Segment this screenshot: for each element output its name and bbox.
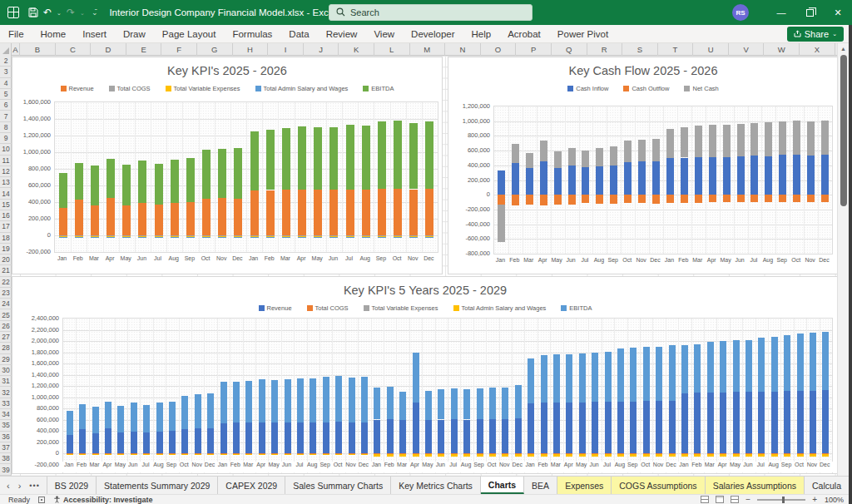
ribbon-tab-formulas[interactable]: Formulas [224, 25, 280, 43]
column-header-O[interactable]: O [481, 43, 517, 56]
row-header-29[interactable]: 29 [0, 354, 12, 365]
row-header-11[interactable]: 11 [0, 156, 12, 166]
column-header-X[interactable]: X [800, 43, 835, 56]
accessibility-status[interactable]: Accessibility: Investigate [53, 496, 153, 504]
column-header-V[interactable]: V [729, 43, 765, 56]
column-header-R[interactable]: R [587, 43, 623, 56]
row-header-27[interactable]: 27 [0, 332, 12, 343]
column-header-H[interactable]: H [233, 43, 269, 56]
column-header-D[interactable]: D [91, 43, 126, 56]
column-header-P[interactable]: P [516, 43, 552, 56]
zoom-slider[interactable] [757, 499, 805, 501]
ribbon-tab-data[interactable]: Data [280, 25, 317, 43]
row-header-38[interactable]: 38 [0, 453, 12, 464]
share-button[interactable]: Share ⌄ [787, 27, 844, 42]
page-break-view-icon[interactable] [731, 496, 739, 503]
column-header-G[interactable]: G [197, 43, 233, 56]
ribbon-tab-acrobat[interactable]: Acrobat [499, 25, 549, 43]
ribbon-tab-view[interactable]: View [365, 25, 403, 43]
column-header-F[interactable]: F [161, 43, 197, 56]
zoom-in-button[interactable]: + [812, 495, 817, 504]
undo-caret-icon[interactable]: ⌄ [57, 10, 62, 16]
ribbon-tab-insert[interactable]: Insert [74, 25, 115, 43]
minimize-button[interactable]: — [767, 0, 795, 25]
ribbon-tab-file[interactable]: File [0, 25, 32, 43]
vertical-scrollbar-thumb[interactable] [840, 55, 847, 206]
sheet-tab-capex-2029[interactable]: CAPEX 2029 [218, 477, 285, 494]
row-header-30[interactable]: 30 [0, 365, 12, 376]
row-header-19[interactable]: 19 [0, 244, 12, 254]
row-header-16[interactable]: 16 [0, 210, 12, 221]
zoom-out-button[interactable]: − [746, 495, 750, 504]
row-header-28[interactable]: 28 [0, 343, 12, 353]
sheet-tab-cogs-assumptions[interactable]: COGS Assumptions [612, 477, 705, 494]
vertical-scrollbar[interactable]: ▲ [837, 43, 849, 476]
row-header-23[interactable]: 23 [0, 288, 12, 299]
column-header-J[interactable]: J [304, 43, 339, 56]
undo-icon[interactable]: ↶ [43, 7, 52, 18]
column-header-C[interactable]: C [56, 43, 92, 56]
sheet-tab-salaries-assumptions[interactable]: Salaries Assumptions [706, 477, 805, 494]
row-header-34[interactable]: 34 [0, 409, 12, 420]
ribbon-tab-draw[interactable]: Draw [115, 25, 154, 43]
row-header-2[interactable]: 2 [0, 56, 12, 67]
row-header-6[interactable]: 6 [0, 100, 12, 111]
sheet-tab-bea[interactable]: BEA [524, 477, 557, 494]
sheet-tab-sales-summary-charts[interactable]: Sales Summary Charts [285, 477, 391, 494]
row-header-15[interactable]: 15 [0, 200, 12, 210]
row-header-22[interactable]: 22 [0, 277, 12, 288]
column-header-Q[interactable]: Q [552, 43, 587, 56]
row-header-20[interactable]: 20 [0, 254, 12, 265]
row-header-21[interactable]: 21 [0, 265, 12, 276]
column-header-S[interactable]: S [622, 43, 658, 56]
customize-qat-icon[interactable]: ⌄̄ [92, 8, 98, 17]
row-header-25[interactable]: 25 [0, 309, 12, 320]
ribbon-tab-review[interactable]: Review [318, 25, 366, 43]
row-header-37[interactable]: 37 [0, 442, 12, 453]
ribbon-tab-developer[interactable]: Developer [403, 25, 463, 43]
row-header-35[interactable]: 35 [0, 420, 12, 431]
save-icon[interactable] [28, 7, 38, 17]
sheet-tab-charts[interactable]: Charts [481, 477, 524, 494]
row-header-17[interactable]: 17 [0, 221, 12, 232]
row-header-3[interactable]: 3 [0, 67, 12, 77]
column-header-N[interactable]: N [445, 43, 481, 56]
column-header-M[interactable]: M [410, 43, 446, 56]
search-box[interactable]: Search [329, 4, 532, 21]
sheet-tab-expenses[interactable]: Expenses [557, 477, 612, 494]
row-header-33[interactable]: 33 [0, 398, 12, 409]
sheet-nav-right-icon[interactable]: › [18, 481, 22, 491]
sheet-nav-left-icon[interactable]: ‹ [7, 481, 10, 491]
redo-caret-icon[interactable]: ⌄ [80, 10, 85, 16]
sheet-tab-key-metrics-charts[interactable]: Key Metrics Charts [391, 477, 481, 494]
row-header-36[interactable]: 36 [0, 432, 12, 442]
excel-app-icon[interactable] [7, 6, 20, 19]
sheet-tab-statements-summary-2029[interactable]: Statements Summary 2029 [97, 477, 218, 494]
row-header-7[interactable]: 7 [0, 111, 12, 121]
close-button[interactable]: ✕ [824, 0, 852, 25]
column-header-W[interactable]: W [764, 43, 800, 56]
chart-key-kpis-2025-2026[interactable]: Key KPI's 2025 - 2026 RevenueTotal COGST… [12, 57, 443, 274]
chart-key-cash-flow-2025-2026[interactable]: Key Cash Flow 2025 - 2026 Cash InflowCas… [448, 57, 837, 274]
sheet-tab-calcula[interactable]: Calcula [805, 477, 850, 494]
column-header-K[interactable]: K [339, 43, 374, 56]
row-header-12[interactable]: 12 [0, 166, 12, 177]
user-avatar[interactable]: RS [732, 4, 749, 21]
ribbon-tab-help[interactable]: Help [463, 25, 500, 43]
ribbon-tab-page-layout[interactable]: Page Layout [154, 25, 225, 43]
column-header-B[interactable]: B [20, 43, 56, 56]
restore-button[interactable] [795, 0, 824, 25]
row-header-4[interactable]: 4 [0, 78, 12, 89]
sheet-nav-more-icon[interactable]: ••• [29, 482, 39, 490]
page-layout-view-icon[interactable] [716, 496, 724, 503]
sheet-tab-bs-2029[interactable]: BS 2029 [47, 477, 97, 494]
column-header-E[interactable]: E [126, 43, 162, 56]
row-header-9[interactable]: 9 [0, 133, 12, 144]
macro-record-icon[interactable] [38, 497, 45, 503]
row-header-31[interactable]: 31 [0, 376, 12, 387]
column-header-A[interactable]: A [12, 43, 20, 56]
row-header-39[interactable]: 39 [0, 464, 12, 475]
row-header-5[interactable]: 5 [0, 89, 12, 100]
ribbon-tab-power-pivot[interactable]: Power Pivot [549, 25, 617, 43]
row-header-14[interactable]: 14 [0, 188, 12, 199]
